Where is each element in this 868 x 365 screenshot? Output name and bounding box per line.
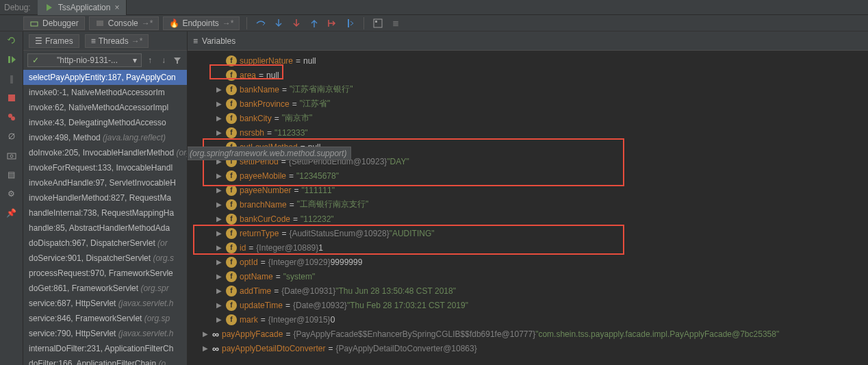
svg-rect-5	[8, 56, 10, 63]
step-into-icon[interactable]	[272, 16, 285, 30]
chevron-down-icon: ▾	[133, 55, 137, 65]
stack-frame[interactable]: service:790, HttpServlet (javax.servlet.…	[23, 326, 187, 341]
endpoints-icon: 🔥	[169, 18, 179, 28]
next-frame-icon[interactable]: ↓	[158, 55, 169, 66]
left-gutter: ‖ ▤ ⚙ 📌	[0, 32, 23, 365]
variable-row[interactable]: ▶fnsrsbh = "112333"	[188, 125, 868, 140]
variable-row[interactable]: fsupplierNature = null	[188, 53, 868, 68]
app-tab[interactable]: TssApplication ×	[38, 0, 127, 15]
svg-rect-0	[31, 22, 38, 26]
tooltip: (org.springframework.web.method.support)	[188, 147, 351, 160]
evaluate-icon[interactable]	[371, 16, 385, 30]
variable-row[interactable]: ▶fbankCity = "南京市"	[188, 111, 868, 125]
variable-row[interactable]: ▶∞payApplyFacade = {PayApplyFacade$$Enha…	[188, 327, 868, 341]
frames-tab-label: Frames	[45, 36, 73, 46]
run-to-cursor-icon[interactable]	[343, 16, 357, 30]
close-icon[interactable]: ×	[114, 3, 119, 12]
pin-icon[interactable]: 📌	[5, 207, 18, 219]
threads-tab[interactable]: ≡Threads→*	[85, 34, 149, 48]
thread-bar: "http-nio-9131-... ▾ ↑ ↓	[23, 51, 187, 70]
svg-point-12	[10, 155, 13, 158]
variables-header: ≡ Variables	[188, 32, 868, 51]
trace-icon[interactable]: ≣	[389, 16, 403, 30]
stack-frame[interactable]: invokeAndHandle:97, ServletInvocableH	[23, 175, 187, 190]
variables-list[interactable]: (org.springframework.web.method.support)…	[188, 51, 868, 365]
prev-frame-icon[interactable]: ↑	[144, 55, 155, 66]
variable-row[interactable]: ▶freturnType = {AuditStatusEnum@10928} "…	[188, 226, 868, 240]
breakpoints-icon[interactable]	[5, 111, 18, 123]
settings-icon[interactable]: ⚙	[5, 188, 18, 200]
frames-tab[interactable]: ☰Frames	[29, 34, 79, 48]
debugger-tab[interactable]: Debugger	[23, 16, 85, 30]
variable-row[interactable]: ▶fid = {Integer@10889} 1	[188, 240, 868, 255]
step-over-icon[interactable]	[254, 16, 268, 30]
stop-icon[interactable]	[5, 92, 18, 104]
variable-row[interactable]: ▶fpayeeMobile = "12345678"	[188, 168, 868, 183]
variable-row[interactable]: ▶fbankCurCode = "112232"	[188, 212, 868, 226]
variable-row[interactable]: ▶fmark = {Integer@10915} 0	[188, 312, 868, 327]
stack-frame[interactable]: internalDoFilter:231, ApplicationFilterC…	[23, 341, 187, 356]
endpoints-tab[interactable]: 🔥 Endpoints →*	[163, 16, 240, 30]
mute-icon[interactable]	[5, 130, 18, 142]
step-out-icon[interactable]	[307, 16, 321, 30]
stack-frame[interactable]: invoke:43, DelegatingMethodAccesso	[23, 115, 187, 130]
stack-frame[interactable]: invokeForRequest:133, InvocableHandl	[23, 160, 187, 175]
separator	[246, 17, 247, 29]
stack-frame[interactable]: doInvoke:205, InvocableHandlerMethod (or…	[23, 145, 187, 160]
thread-name: "http-nio-9131-...	[57, 55, 118, 65]
stack-frame[interactable]: handleInternal:738, RequestMappingHa	[23, 205, 187, 221]
camera-icon[interactable]	[5, 149, 18, 162]
stack-frame[interactable]: invokeHandlerMethod:827, RequestMa	[23, 190, 187, 205]
svg-point-8	[11, 116, 15, 121]
console-icon	[95, 18, 105, 28]
variable-row[interactable]: ▶fpayeeNumber = "111111"	[188, 183, 868, 197]
stack-frame[interactable]: doDispatch:967, DispatcherServlet (or	[23, 236, 187, 251]
stack-frame[interactable]: processRequest:970, FrameworkServle	[23, 266, 187, 281]
debugger-label: Debugger	[42, 18, 79, 28]
layout-icon[interactable]: ▤	[5, 168, 18, 181]
console-tab[interactable]: Console →*	[89, 16, 159, 30]
drop-frame-icon[interactable]	[325, 16, 339, 30]
main-area: ‖ ▤ ⚙ 📌 ☰Frames ≡Threads→* "http-nio-913…	[0, 32, 868, 365]
stack-frame[interactable]: invoke:62, NativeMethodAccessorImpl	[23, 100, 187, 115]
debugger-icon	[29, 18, 39, 28]
variable-row[interactable]: ▶fbankName = "江苏省南京银行"	[188, 82, 868, 97]
stack-frame[interactable]: service:687, HttpServlet (javax.servlet.…	[23, 296, 187, 311]
stack-frame[interactable]: doFilter:166, ApplicationFilterChain (o	[23, 356, 187, 365]
svg-rect-4	[375, 21, 377, 23]
variable-row[interactable]: ▶faddTime = {Date@10931} "Thu Jun 28 13:…	[188, 284, 868, 298]
variable-row[interactable]: ▶∞payApplyDetailDtoConverter = {PayApply…	[188, 341, 868, 355]
variable-row[interactable]: ▶foptId = {Integer@10929} 9999999	[188, 255, 868, 269]
run-icon	[44, 3, 54, 12]
stack-frame[interactable]: invoke:498, Method (java.lang.reflect)	[23, 130, 187, 145]
variable-row[interactable]: farea = null	[188, 68, 868, 82]
console-label: Console	[108, 18, 138, 28]
svg-rect-6	[8, 95, 15, 101]
svg-rect-2	[348, 19, 349, 27]
stack-frame[interactable]: selectPayApplyEntity:187, PayApplyCon	[23, 70, 187, 85]
thread-selector[interactable]: "http-nio-9131-... ▾	[27, 53, 142, 67]
rerun-icon[interactable]	[5, 34, 18, 47]
stack-frame[interactable]: handle:85, AbstractHandlerMethodAda	[23, 221, 187, 236]
pause-icon[interactable]: ‖	[5, 73, 18, 85]
svg-rect-1	[97, 21, 103, 26]
debug-toolbar: Debugger Console →* 🔥 Endpoints →* ≣	[0, 15, 868, 32]
stack-frame[interactable]: invoke0:-1, NativeMethodAccessorIm	[23, 85, 187, 100]
threads-tab-label: Threads	[99, 36, 129, 46]
resume-icon[interactable]	[5, 53, 18, 66]
variable-row[interactable]: ▶fbankProvince = "江苏省"	[188, 97, 868, 111]
frames-pane: ☰Frames ≡Threads→* "http-nio-9131-... ▾ …	[23, 32, 188, 365]
variable-row[interactable]: ▶fbranchName = "工商银行南京支行"	[188, 197, 868, 212]
variable-row[interactable]: ▶fupdateTime = {Date@10932} "Thu Feb 28 …	[188, 298, 868, 312]
stack-frame[interactable]: service:846, FrameworkServlet (org.sp	[23, 311, 187, 326]
stack-frame[interactable]: doGet:861, FrameworkServlet (org.spr	[23, 281, 187, 296]
stack-frame[interactable]: doService:901, DispatcherServlet (org.s	[23, 251, 187, 266]
filter-icon[interactable]	[172, 55, 183, 66]
app-tab-label: TssApplication	[58, 3, 111, 12]
frames-list[interactable]: selectPayApplyEntity:187, PayApplyConinv…	[23, 70, 187, 365]
force-step-into-icon[interactable]	[290, 16, 303, 30]
separator	[363, 17, 364, 29]
variables-pane: ≡ Variables (org.springframework.web.met…	[188, 32, 868, 365]
endpoints-label: Endpoints	[182, 18, 218, 28]
variable-row[interactable]: ▶foptName = "system"	[188, 269, 868, 284]
